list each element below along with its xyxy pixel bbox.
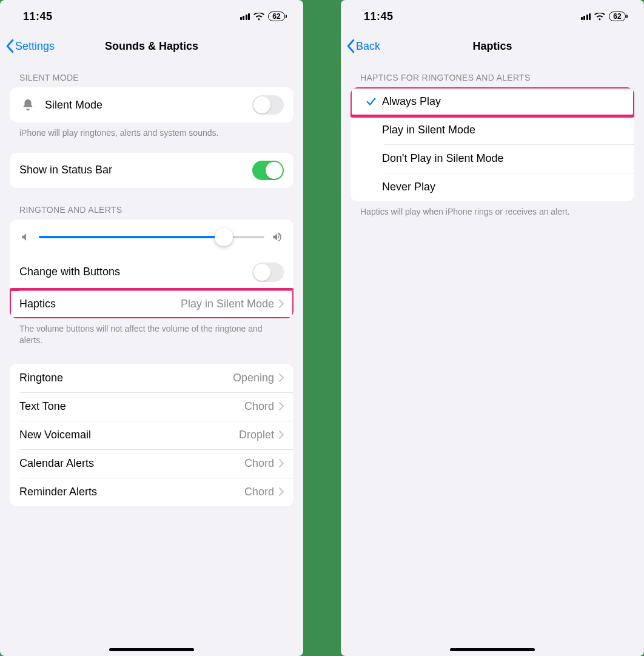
sound-value: Opening [233, 372, 274, 384]
volume-low-icon [19, 232, 33, 243]
back-button[interactable]: Settings [6, 39, 55, 53]
back-label: Back [356, 40, 380, 53]
sound-value: Chord [244, 486, 274, 498]
change-buttons-label: Change with Buttons [19, 266, 252, 278]
nav-bar: Back Haptics [341, 33, 644, 59]
status-bar: 11:45 62 [341, 0, 644, 33]
volume-footer: The volume buttons will not affect the v… [10, 318, 293, 347]
chevron-left-icon [347, 39, 355, 53]
haptics-option-row[interactable]: Always Play [351, 87, 634, 116]
silent-group: Silent Mode [10, 87, 293, 122]
haptics-option-label: Play in Silent Mode [382, 124, 625, 136]
back-button[interactable]: Back [347, 39, 380, 53]
sound-row[interactable]: RingtoneOpening [10, 364, 293, 392]
cellular-icon [581, 13, 591, 20]
back-label: Settings [15, 40, 55, 53]
chevron-right-icon [279, 487, 284, 496]
sound-row[interactable]: Text ToneChord [10, 392, 293, 421]
chevron-right-icon [279, 430, 284, 439]
ringtone-group: Change with Buttons Haptics Play in Sile… [10, 219, 293, 318]
haptics-row[interactable]: Haptics Play in Silent Mode [10, 290, 293, 318]
wifi-icon [594, 13, 605, 21]
haptics-option-label: Always Play [382, 95, 625, 108]
bell-icon [19, 98, 36, 112]
volume-high-icon [270, 232, 284, 243]
sound-label: Ringtone [19, 372, 233, 384]
battery-icon: 62 [268, 12, 285, 21]
checkmark-icon [360, 96, 382, 107]
sound-value: Chord [244, 457, 274, 470]
sound-label: Reminder Alerts [19, 486, 244, 498]
silent-footer: iPhone will play ringtones, alerts and s… [10, 122, 293, 139]
home-indicator[interactable] [450, 648, 535, 651]
phone-left: 11:45 62 Settings Sounds & Haptics SILEN… [0, 0, 303, 656]
sound-label: Text Tone [19, 400, 244, 413]
chevron-right-icon [279, 459, 284, 467]
haptics-option-row[interactable]: Never Play [351, 173, 634, 201]
battery-icon: 62 [609, 12, 626, 21]
section-header-haptics: HAPTICS FOR RINGTONES AND ALERTS [351, 59, 634, 87]
change-buttons-row[interactable]: Change with Buttons [10, 255, 293, 290]
nav-bar: Settings Sounds & Haptics [0, 33, 303, 59]
haptics-option-label: Don't Play in Silent Mode [382, 152, 625, 165]
status-bar: 11:45 62 [0, 0, 303, 33]
haptics-value: Play in Silent Mode [181, 298, 274, 310]
chevron-right-icon [279, 402, 284, 410]
sound-label: Calendar Alerts [19, 457, 244, 470]
phone-right: 11:45 62 Back Haptics HAPTICS FOR RINGTO… [341, 0, 644, 656]
show-statusbar-row[interactable]: Show in Status Bar [10, 153, 293, 188]
change-buttons-toggle[interactable] [252, 263, 284, 282]
statusbar-group: Show in Status Bar [10, 153, 293, 188]
wifi-icon [253, 13, 264, 21]
silent-mode-toggle[interactable] [252, 95, 284, 115]
silent-mode-label: Silent Mode [45, 99, 252, 112]
chevron-right-icon [279, 300, 284, 308]
content[interactable]: HAPTICS FOR RINGTONES AND ALERTS Always … [341, 59, 644, 656]
silent-mode-row[interactable]: Silent Mode [10, 87, 293, 122]
status-time: 11:45 [364, 10, 394, 23]
status-time: 11:45 [23, 10, 53, 23]
haptics-option-row[interactable]: Don't Play in Silent Mode [351, 144, 634, 173]
volume-slider-row[interactable] [10, 219, 293, 255]
home-indicator[interactable] [109, 648, 194, 651]
status-icons: 62 [240, 12, 286, 21]
haptics-footer: Haptics will play when iPhone rings or r… [351, 201, 634, 218]
sound-label: New Voicemail [19, 429, 239, 441]
section-header-ringtone: RINGTONE AND ALERTS [10, 188, 293, 219]
content[interactable]: SILENT MODE Silent Mode iPhone will play… [0, 59, 303, 656]
chevron-right-icon [279, 373, 284, 382]
haptics-label: Haptics [19, 298, 181, 310]
chevron-left-icon [6, 39, 14, 53]
status-icons: 62 [581, 12, 626, 21]
sounds-group: RingtoneOpeningText ToneChordNew Voicema… [10, 364, 293, 506]
haptics-option-label: Never Play [382, 181, 625, 193]
page-title: Haptics [341, 40, 644, 53]
sound-row[interactable]: Reminder AlertsChord [10, 478, 293, 506]
sound-row[interactable]: New VoicemailDroplet [10, 421, 293, 449]
section-header-silent: SILENT MODE [10, 59, 293, 87]
volume-slider[interactable] [39, 228, 264, 246]
haptics-option-row[interactable]: Play in Silent Mode [351, 116, 634, 144]
show-statusbar-toggle[interactable] [252, 161, 284, 180]
sound-row[interactable]: Calendar AlertsChord [10, 449, 293, 478]
show-statusbar-label: Show in Status Bar [19, 164, 252, 176]
cellular-icon [240, 13, 250, 20]
haptics-options-group: Always PlayPlay in Silent ModeDon't Play… [351, 87, 634, 201]
sound-value: Chord [244, 400, 274, 413]
sound-value: Droplet [239, 429, 274, 441]
